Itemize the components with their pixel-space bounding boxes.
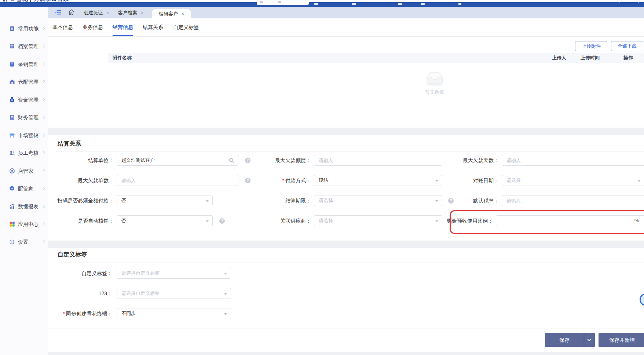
collapse-menu-icon[interactable] (55, 10, 61, 15)
field-label-max-debt-days: 最大欠款天数： (444, 155, 499, 166)
close-tab-icon[interactable]: × (141, 10, 143, 15)
sync-snowflake-select[interactable]: 不同步 (117, 308, 231, 319)
max-debt-days-input[interactable] (502, 155, 644, 166)
header-toolbar-icon[interactable] (352, 3, 356, 5)
scan-full-payment-select[interactable]: 否 (117, 195, 213, 206)
linked-supplier-select[interactable]: 请选择 (314, 215, 442, 226)
select-value: 否 (121, 218, 126, 223)
field-label-linked-supplier: 关联供应商： (257, 215, 311, 226)
required-mark: * (282, 178, 284, 183)
settings-icon (9, 239, 15, 245)
field-label-text: 付款方式： (285, 178, 311, 183)
chevron-right-icon (41, 62, 45, 66)
header-toolbar-icon[interactable] (314, 3, 318, 5)
sidebar-item-finance[interactable]: 财务管理 (0, 113, 48, 121)
sidebar-item-settings[interactable]: 设置 (0, 238, 48, 246)
subtab-operating-info[interactable]: 经营信息 (113, 18, 133, 36)
payment-method-select[interactable]: 现结 (314, 175, 442, 186)
select-value: 不同步 (121, 311, 136, 316)
field-label-max-debt-orders: 最大欠款单数： (51, 175, 114, 186)
save-button[interactable]: 保存 (545, 333, 584, 347)
close-tab-icon[interactable]: × (182, 11, 184, 17)
sidebar-item-funds[interactable]: ¥ 资金管理 (0, 96, 48, 104)
sidebar-item-label: 数据报表 (18, 202, 39, 211)
apps-icon (9, 221, 15, 227)
empty-state: 暂无数据 (420, 69, 449, 96)
chevron-right-icon (41, 151, 45, 155)
select-placeholder: 请选择 (319, 198, 333, 203)
column-header-uploader: 上传人 (552, 53, 566, 63)
sidebar-item-label: 应用中心 (18, 220, 39, 228)
custom-tag-select[interactable]: 请选择自定义标签 (117, 268, 231, 279)
home-tab-icon[interactable] (68, 9, 74, 15)
chevron-down-icon (224, 293, 227, 295)
max-debt-orders-input[interactable] (117, 175, 238, 186)
sidebar-item-report[interactable]: 数据报表 (0, 202, 48, 211)
chevron-down-icon (435, 200, 438, 202)
tab-label: 创建凭证 (84, 10, 103, 15)
sidebar-item-warehouse[interactable]: 仓配管理 (0, 78, 48, 86)
settlement-unit-input[interactable] (117, 155, 238, 166)
auto-writeoff-select[interactable]: 否 (117, 215, 213, 226)
header-dropdown-icon[interactable] (458, 3, 461, 5)
bonus-prepaid-ratio-input[interactable] (496, 215, 644, 226)
required-mark: * (63, 311, 65, 316)
upload-attachment-button[interactable]: 上传附件 (575, 41, 607, 51)
field-label-text: 同步创建雪花终端： (66, 311, 112, 316)
save-and-new-button[interactable]: 保存并新增 (599, 333, 644, 347)
sidebar-item-label: 配管家 (18, 184, 33, 193)
close-tab-icon[interactable]: × (106, 10, 109, 15)
sidebar-item-staff[interactable]: 员工考核 (0, 149, 48, 157)
app-header-bar (0, 2, 644, 7)
subtab-business-info[interactable]: 业务信息 (83, 18, 103, 36)
dispatch-icon (9, 186, 15, 191)
subtab-custom-tags[interactable]: 自定义标签 (173, 18, 199, 36)
header-toolbar-icon[interactable] (421, 3, 425, 5)
attachment-table-header: 附件名称 上传人 上传时间 操作 (108, 53, 644, 63)
sidebar-item-label: 店管家 (18, 167, 33, 175)
subtab-settlement[interactable]: 结算关系 (143, 18, 163, 36)
subtab-basic-info[interactable]: 基本信息 (52, 18, 73, 36)
reconcile-date-select[interactable]: 请选择 (502, 175, 644, 186)
sidebar-item-label: 仓配管理 (18, 78, 39, 86)
search-icon[interactable] (229, 158, 234, 163)
chevron-down-icon (224, 313, 227, 315)
field-label-reconcile-date: 对账日期： (444, 175, 499, 186)
sidebar-item-marketing[interactable]: 市场营销 (0, 131, 48, 139)
tab-create-voucher[interactable]: 创建凭证× (84, 7, 109, 18)
tab-customer-archive[interactable]: 客户档案× (118, 7, 143, 18)
sidebar-item-shopkeeper[interactable]: 店管家 (0, 167, 48, 175)
sidebar-item-frequent[interactable]: 常用功能 (0, 25, 48, 33)
column-header-actions: 操作 (623, 53, 633, 63)
tag-123-select[interactable]: 请选择自定义标签 (117, 288, 231, 299)
field-label-bonus-prepaid-ratio: 奖金预收使用比例： (444, 215, 493, 226)
help-icon[interactable]: ? (245, 158, 250, 163)
header-action-button[interactable] (619, 0, 639, 3)
header-search-input[interactable] (257, 0, 309, 5)
sidebar-item-apps[interactable]: 应用中心 (0, 220, 48, 228)
sidebar: 常用功能 档案管理 采销管理 仓配管理 ¥ 资金管理 财务管理 市场营销 员工考… (0, 7, 48, 355)
sidebar-item-dispatch[interactable]: 配管家 (0, 184, 48, 193)
field-label-custom-tag: 自定义标签： (51, 268, 112, 279)
calendar-icon (260, 1, 263, 3)
sidebar-item-archive[interactable]: 档案管理 (0, 42, 48, 50)
help-icon[interactable]: ? (219, 218, 225, 224)
chevron-down-icon (206, 220, 209, 222)
default-tax-rate-input[interactable] (502, 195, 644, 206)
attachment-table-body: 暂无数据 (108, 63, 644, 106)
help-icon[interactable]: ? (245, 178, 250, 183)
max-debt-amount-input[interactable] (314, 155, 442, 166)
chevron-right-icon (41, 44, 45, 48)
sidebar-item-purchase[interactable]: 采销管理 (0, 60, 48, 68)
tab-edit-customer[interactable]: 编辑客户× (152, 9, 191, 18)
header-toolbar-icon[interactable] (398, 3, 402, 5)
purchase-icon (9, 61, 15, 67)
download-all-button[interactable]: 全部下载 (611, 41, 643, 51)
save-more-button[interactable] (584, 333, 595, 347)
chevron-down-icon (638, 180, 641, 182)
chevron-right-icon (41, 80, 45, 84)
chevron-right-icon (41, 98, 45, 102)
settlement-term-select[interactable]: 请选择 (314, 195, 442, 206)
field-label-settlement-unit: 结算单位： (51, 155, 114, 166)
sidebar-item-label: 财务管理 (18, 113, 39, 121)
